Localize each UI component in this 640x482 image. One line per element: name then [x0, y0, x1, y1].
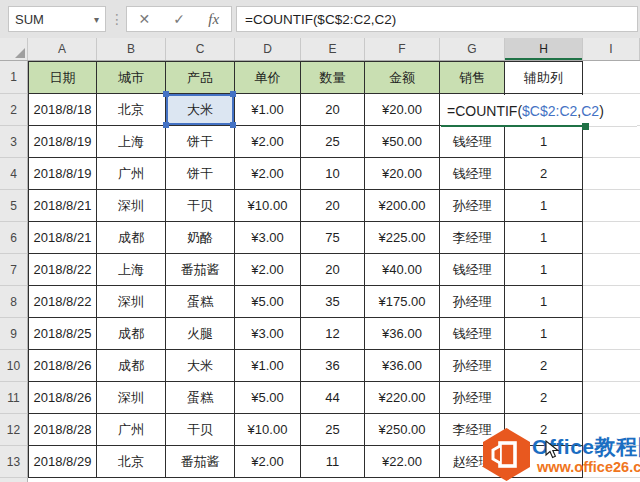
cell-F6[interactable]: ¥225.00	[365, 222, 440, 254]
cell-D10[interactable]: ¥1.00	[235, 350, 301, 382]
cell-C13[interactable]: 番茄酱	[166, 446, 235, 478]
row-header-13[interactable]: 13	[0, 446, 28, 478]
cell-I6[interactable]	[583, 222, 640, 254]
cell-B9[interactable]: 成都	[97, 318, 166, 350]
cell-C3[interactable]: 饼干	[166, 126, 235, 158]
cell-I3[interactable]	[583, 126, 640, 158]
cell-I8[interactable]	[583, 286, 640, 318]
cell-editor-h2[interactable]: =COUNTIF($C$2:C2,C2)	[441, 95, 637, 126]
cell-G9[interactable]: 钱经理	[440, 318, 505, 350]
chevron-down-icon[interactable]: ▾	[94, 14, 99, 25]
cell-I14[interactable]	[583, 478, 640, 482]
cell-G5[interactable]: 孙经理	[440, 190, 505, 222]
column-header-H[interactable]: H	[505, 38, 583, 60]
cell-D8[interactable]: ¥5.00	[235, 286, 301, 318]
cell-F9[interactable]: ¥36.00	[365, 318, 440, 350]
cell-F5[interactable]: ¥200.00	[365, 190, 440, 222]
cell-I10[interactable]	[583, 350, 640, 382]
cell-D1[interactable]: 单价	[235, 61, 301, 94]
cell-G11[interactable]: 孙经理	[440, 382, 505, 414]
cell-E6[interactable]: 75	[301, 222, 365, 254]
cell-G8[interactable]: 孙经理	[440, 286, 505, 318]
name-box[interactable]: SUM ▾	[8, 6, 106, 32]
row-header-12[interactable]: 12	[0, 414, 28, 446]
row-header-1[interactable]: 1	[0, 61, 28, 94]
cell-A7[interactable]: 2018/8/22	[28, 254, 97, 286]
cell-H9[interactable]: 1	[505, 318, 583, 350]
cell-A9[interactable]: 2018/8/25	[28, 318, 97, 350]
cell-F10[interactable]: ¥36.00	[365, 350, 440, 382]
cell-A5[interactable]: 2018/8/21	[28, 190, 97, 222]
column-header-F[interactable]: F	[365, 38, 440, 60]
cell-F2[interactable]: ¥20.00	[365, 94, 440, 126]
enter-icon[interactable]: ✓	[162, 7, 197, 31]
row-header-9[interactable]: 9	[0, 318, 28, 350]
cell-D4[interactable]: ¥2.00	[235, 158, 301, 190]
cell-I5[interactable]	[583, 190, 640, 222]
cell-E13[interactable]: 11	[301, 446, 365, 478]
cell-F13[interactable]: ¥22.00	[365, 446, 440, 478]
cell-I7[interactable]	[583, 254, 640, 286]
cell-A8[interactable]: 2018/8/22	[28, 286, 97, 318]
row-header-3[interactable]: 3	[0, 126, 28, 158]
row-header-10[interactable]: 10	[0, 350, 28, 382]
row-header-4[interactable]: 4	[0, 158, 28, 190]
cell-E11[interactable]: 44	[301, 382, 365, 414]
cell-B5[interactable]: 深圳	[97, 190, 166, 222]
cell-H11[interactable]: 2	[505, 382, 583, 414]
cell-C8[interactable]: 蛋糕	[166, 286, 235, 318]
cell-H1[interactable]: 辅助列	[505, 61, 583, 94]
row-header-6[interactable]: 6	[0, 222, 28, 254]
cell-C5[interactable]: 干贝	[166, 190, 235, 222]
cell-B13[interactable]: 北京	[97, 446, 166, 478]
cell-B8[interactable]: 深圳	[97, 286, 166, 318]
column-header-B[interactable]: B	[97, 38, 166, 60]
cell-H7[interactable]: 1	[505, 254, 583, 286]
cell-B7[interactable]: 上海	[97, 254, 166, 286]
formula-input[interactable]: =COUNTIF($C$2:C2,C2)	[236, 6, 638, 32]
column-header-D[interactable]: D	[235, 38, 301, 60]
cell-C10[interactable]: 大米	[166, 350, 235, 382]
cell-C2[interactable]: 大米	[166, 94, 235, 126]
cell-B3[interactable]: 上海	[97, 126, 166, 158]
column-header-E[interactable]: E	[301, 38, 365, 60]
cell-C14[interactable]	[166, 478, 235, 482]
cell-E4[interactable]: 10	[301, 158, 365, 190]
cell-E10[interactable]: 36	[301, 350, 365, 382]
cell-A3[interactable]: 2018/8/19	[28, 126, 97, 158]
cell-I1[interactable]	[583, 61, 640, 94]
cell-B11[interactable]: 深圳	[97, 382, 166, 414]
cell-C4[interactable]: 饼干	[166, 158, 235, 190]
cell-E2[interactable]: 20	[301, 94, 365, 126]
column-header-A[interactable]: A	[28, 38, 97, 60]
cell-D6[interactable]: ¥3.00	[235, 222, 301, 254]
cell-H3[interactable]: 1	[505, 126, 583, 158]
cell-F14[interactable]	[365, 478, 440, 482]
cell-D9[interactable]: ¥3.00	[235, 318, 301, 350]
cell-E8[interactable]: 35	[301, 286, 365, 318]
cell-C12[interactable]: 干贝	[166, 414, 235, 446]
cell-A14[interactable]	[28, 478, 97, 482]
cell-E1[interactable]: 数量	[301, 61, 365, 94]
cell-G3[interactable]: 钱经理	[440, 126, 505, 158]
cell-A12[interactable]: 2018/8/28	[28, 414, 97, 446]
cell-H5[interactable]: 1	[505, 190, 583, 222]
cell-D7[interactable]: ¥2.00	[235, 254, 301, 286]
cell-D5[interactable]: ¥10.00	[235, 190, 301, 222]
cell-I11[interactable]	[583, 382, 640, 414]
select-all-corner[interactable]	[0, 38, 28, 60]
cell-D11[interactable]: ¥5.00	[235, 382, 301, 414]
cell-F7[interactable]: ¥40.00	[365, 254, 440, 286]
cell-G7[interactable]: 钱经理	[440, 254, 505, 286]
column-header-C[interactable]: C	[166, 38, 235, 60]
cell-E7[interactable]: 20	[301, 254, 365, 286]
row-header-next[interactable]	[0, 478, 28, 482]
cell-A4[interactable]: 2018/8/19	[28, 158, 97, 190]
cell-B4[interactable]: 广州	[97, 158, 166, 190]
cell-E14[interactable]	[301, 478, 365, 482]
cell-F1[interactable]: 金额	[365, 61, 440, 94]
cell-E9[interactable]: 12	[301, 318, 365, 350]
cell-H4[interactable]: 2	[505, 158, 583, 190]
cell-F4[interactable]: ¥20.00	[365, 158, 440, 190]
cell-C6[interactable]: 奶酪	[166, 222, 235, 254]
